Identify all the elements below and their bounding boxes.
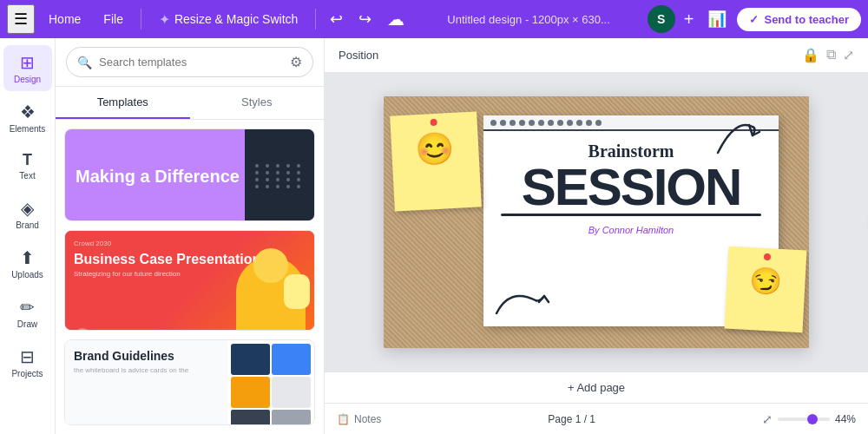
tab-templates[interactable]: Templates: [56, 87, 190, 119]
smiley-face-left: 😊: [391, 128, 479, 169]
smiley-face-right: 😏: [727, 264, 806, 299]
sidebar-item-text[interactable]: T Text: [3, 144, 52, 187]
template-panel: 🔍 ⚙ Templates Styles Making a Difference: [56, 38, 325, 434]
expand-icon[interactable]: ⤢: [843, 47, 854, 63]
perf1: [490, 120, 496, 126]
tpl1-top: Making a Difference: [65, 129, 314, 221]
menu-icon[interactable]: ☰: [7, 4, 35, 34]
send-teacher-label: Send to teacher: [764, 13, 849, 26]
perf7: [548, 120, 554, 126]
tpl3-title: Brand Guidelines: [74, 349, 219, 363]
home-button[interactable]: Home: [40, 9, 89, 30]
notes-label: Notes: [354, 413, 381, 425]
main-layout: ⊞ Design ❖ Elements T Text ◈ Brand ⬆ Upl…: [0, 38, 868, 434]
sidebar-item-design[interactable]: ⊞ Design: [3, 45, 52, 91]
page-info: Page 1 / 1: [548, 413, 595, 425]
zoom-slider[interactable]: [778, 418, 830, 421]
magic-star-icon: ✦: [159, 11, 170, 28]
topbar-divider2: [315, 9, 316, 30]
canvas-main[interactable]: Brainstorm SESSION By Connor Hamilton 😊: [325, 73, 868, 372]
sidebar-item-uploads[interactable]: ⬆ Uploads: [3, 240, 52, 286]
template-card-brand-guidelines[interactable]: Brand Guidelines the whiteboard is advic…: [64, 339, 315, 425]
text-icon: T: [23, 151, 32, 169]
tpl2-preview: Crowd 2030 Business Case Presentation St…: [65, 231, 314, 330]
perf5: [529, 120, 535, 126]
sidebar-item-brand[interactable]: ◈ Brand: [3, 191, 52, 237]
lock-icon[interactable]: 🔒: [802, 47, 819, 63]
redo-button[interactable]: ↪: [353, 8, 377, 30]
analytics-button[interactable]: 📊: [702, 6, 732, 32]
user-avatar[interactable]: S: [648, 5, 675, 33]
tpl3-color-row1: [231, 344, 311, 375]
tpl3-images-row: [231, 410, 311, 425]
author-text: By Connor Hamilton: [483, 225, 779, 235]
search-input[interactable]: [99, 56, 283, 69]
person-arm: [284, 274, 310, 309]
perf2: [500, 120, 506, 126]
topbar: ☰ Home File ✦ Resize & Magic Switch ↩ ↪ …: [0, 0, 868, 38]
tpl3-preview: Brand Guidelines the whiteboard is advic…: [65, 340, 314, 425]
perf4: [519, 120, 525, 126]
swatch-light: [272, 377, 311, 408]
search-area: 🔍 ⚙: [56, 38, 324, 87]
send-to-teacher-button[interactable]: ✓ Send to teacher: [737, 8, 861, 31]
sidebar-item-projects[interactable]: ⊟ Projects: [3, 339, 52, 385]
template-card-making-difference[interactable]: Making a Difference Volunteering Opportu…: [64, 128, 315, 221]
sidebar-label-text: Text: [19, 171, 35, 181]
sidebar-label-design: Design: [14, 75, 41, 84]
sticky-pin-left: [430, 119, 437, 126]
notes-button[interactable]: 📋 Notes: [337, 413, 381, 425]
sidebar-label-elements: Elements: [10, 124, 46, 134]
draw-icon: ✏: [20, 297, 35, 318]
perf10: [576, 120, 582, 126]
sidebar: ⊞ Design ❖ Elements T Text ◈ Brand ⬆ Upl…: [0, 38, 56, 434]
duplicate-icon[interactable]: ⧉: [826, 47, 836, 63]
sidebar-label-draw: Draw: [17, 319, 37, 329]
tab-styles[interactable]: Styles: [190, 87, 325, 119]
sticky-pin-right: [764, 253, 771, 260]
magic-switch-button[interactable]: ✦ Resize & Magic Switch: [150, 8, 306, 31]
zoom-expand-button[interactable]: ⤢: [762, 412, 773, 426]
img-placeholder1: [231, 410, 270, 425]
perf3: [510, 120, 516, 126]
template-card-business-case[interactable]: Crowd 2030 Business Case Presentation St…: [64, 230, 315, 330]
topbar-divider: [141, 9, 141, 30]
arrow-decoration: [709, 109, 761, 161]
add-page-bar[interactable]: + Add page: [325, 372, 868, 403]
tpl1-title: Making a Difference: [76, 166, 240, 187]
sticky-note-left: 😊: [390, 111, 482, 211]
zoom-controls: ⤢ 44%: [762, 412, 856, 426]
panel-tabs: Templates Styles: [56, 87, 324, 120]
tpl1-dark-panel: [245, 129, 314, 221]
canvas-topbar: Position 🔒 ⧉ ⤢: [325, 38, 868, 73]
position-label: Position: [339, 49, 378, 62]
file-button[interactable]: File: [95, 9, 132, 30]
topbar-right: S + 📊 ✓ Send to teacher: [648, 5, 861, 33]
sidebar-item-draw[interactable]: ✏ Draw: [3, 290, 52, 336]
design-icon: ⊞: [20, 52, 35, 73]
sidebar-label-projects: Projects: [11, 369, 43, 378]
tpl3-right: [227, 340, 314, 425]
swatch-blue: [272, 344, 311, 375]
add-collaborator-button[interactable]: +: [681, 10, 698, 30]
tpl1-preview: Making a Difference Volunteering Opportu…: [65, 129, 314, 221]
perf9: [567, 120, 573, 126]
notes-icon: 📋: [337, 413, 350, 425]
design-title: Untitled design - 1200px × 630...: [415, 13, 641, 26]
sidebar-label-uploads: Uploads: [11, 270, 43, 279]
cloud-button[interactable]: ☁: [382, 5, 410, 33]
sidebar-label-brand: Brand: [16, 220, 39, 230]
search-box: 🔍 ⚙: [66, 47, 313, 77]
swatch-amber: [231, 377, 270, 408]
brand-icon: ◈: [21, 198, 34, 219]
perf8: [557, 120, 563, 126]
magic-switch-label: Resize & Magic Switch: [174, 12, 298, 26]
send-check-icon: ✓: [749, 13, 759, 26]
sidebar-item-elements[interactable]: ❖ Elements: [3, 95, 52, 141]
tpl1-dots: [255, 164, 304, 188]
projects-icon: ⊟: [20, 346, 35, 367]
tpl3-left: Brand Guidelines the whiteboard is advic…: [65, 340, 227, 425]
filter-button[interactable]: ⚙: [290, 54, 302, 70]
undo-button[interactable]: ↩: [325, 8, 348, 30]
perf12: [595, 120, 602, 126]
